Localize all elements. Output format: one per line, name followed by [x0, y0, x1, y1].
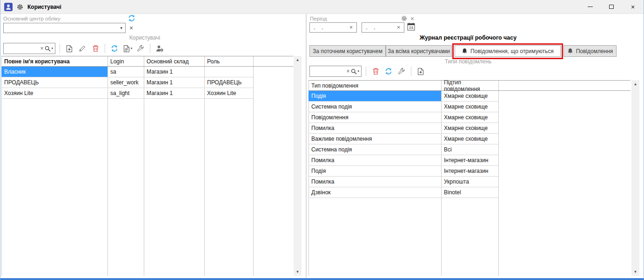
clear-search-icon[interactable]: ×: [345, 68, 351, 75]
period-settings-gear-icon[interactable]: [401, 15, 407, 21]
message-type-row[interactable]: Важливе повідомлення Хмарне сховище: [309, 134, 631, 144]
user-login-cell[interactable]: sa: [107, 67, 144, 77]
message-subtype-cell[interactable]: Всі: [441, 144, 498, 155]
user-row[interactable]: Хозяин Lite sa_light Магазин 1 Хозяин Li…: [1, 88, 293, 99]
settings-wrench-button[interactable]: [135, 43, 146, 54]
user-login-cell[interactable]: seller_work: [107, 77, 144, 88]
user-row[interactable]: Власник sa Магазин 1: [1, 67, 293, 77]
message-type-row[interactable]: Подія Інтернет-магазин: [309, 166, 631, 177]
toolbar-separator: [150, 44, 150, 53]
user-warehouse-cell[interactable]: Магазин 1: [144, 77, 204, 88]
users-search-input[interactable]: [6, 45, 39, 52]
user-warehouse-cell[interactable]: Магазин 1: [144, 67, 204, 77]
refresh-users-button[interactable]: [109, 43, 120, 54]
users-scrollbar[interactable]: ▲ ▼: [294, 56, 302, 276]
minimize-button[interactable]: [579, 0, 601, 14]
message-subtype-cell[interactable]: Інтернет-магазин: [441, 166, 498, 177]
message-type-cell[interactable]: Помилка: [309, 123, 441, 134]
message-types-search-box: × ▾: [309, 66, 362, 77]
message-type-cell[interactable]: Повідомлення: [309, 112, 441, 123]
message-type-cell[interactable]: Системна подія: [309, 102, 441, 112]
user-name-cell[interactable]: Власник: [1, 67, 107, 77]
clear-center-button[interactable]: ×: [129, 25, 133, 31]
period-from-field[interactable]: . . ×: [309, 22, 357, 33]
report-menu-button[interactable]: ▾: [122, 43, 133, 54]
message-type-cell[interactable]: Системна подія: [309, 144, 441, 155]
column-header-fullname[interactable]: Повне ім'я користувача: [1, 56, 107, 66]
search-icon[interactable]: ▾: [351, 68, 359, 75]
scroll-down-icon[interactable]: ▼: [294, 268, 302, 276]
message-subtype-cell[interactable]: Хмарне сховище: [441, 134, 498, 144]
clear-search-icon[interactable]: ×: [39, 45, 45, 52]
message-type-row[interactable]: Системна подія Хмарне сховище: [309, 102, 631, 112]
clear-date-from-icon[interactable]: ×: [348, 24, 354, 31]
tab-messages[interactable]: Повідомлення: [564, 45, 617, 57]
scroll-down-icon[interactable]: ▼: [631, 268, 639, 276]
period-to-field[interactable]: . . ×: [362, 22, 404, 33]
tab-all-users[interactable]: За всіма користувачами: [386, 45, 452, 57]
column-header-type[interactable]: Тип повідомлення: [309, 81, 441, 90]
message-type-cell[interactable]: Важливе повідомлення: [309, 134, 441, 144]
user-name-cell[interactable]: ПРОДАВЕЦЬ: [1, 77, 107, 88]
main-content: Основний центр обліку ▾ × Користувачі × …: [0, 14, 644, 278]
user-role-cell[interactable]: Хозяин Lite: [204, 88, 253, 99]
message-subtype-cell[interactable]: Укрпошта: [441, 177, 498, 187]
clear-date-to-icon[interactable]: ×: [396, 24, 402, 31]
scroll-up-icon[interactable]: ▲: [294, 56, 302, 64]
user-role-cell[interactable]: ПРОДАВЕЦЬ: [204, 77, 253, 88]
message-subtype-cell[interactable]: Хмарне сховище: [441, 123, 498, 134]
message-subtype-cell[interactable]: Інтернет-магазин: [441, 155, 498, 166]
message-subtype-cell[interactable]: Хмарне сховище: [441, 112, 498, 123]
refresh-message-types-button[interactable]: [383, 66, 394, 76]
message-type-row[interactable]: Помилка Інтернет-магазин: [309, 155, 631, 166]
user-warehouse-cell[interactable]: Магазин 1: [144, 88, 204, 99]
message-type-row[interactable]: Дзвінок Binotel: [309, 187, 631, 198]
user-role-cell[interactable]: [204, 67, 253, 77]
app-user-icon: [4, 3, 13, 11]
toolbar-separator: [411, 67, 411, 76]
users-panel: Основний центр обліку ▾ × Користувачі × …: [0, 14, 306, 278]
message-type-cell[interactable]: Подія: [309, 166, 441, 177]
search-options-arrow-icon: ▾: [357, 69, 359, 73]
user-login-cell[interactable]: sa_light: [107, 88, 144, 99]
message-types-scrollbar[interactable]: ▲ ▼: [631, 80, 639, 276]
message-type-row[interactable]: Системна подія Всі: [309, 144, 631, 155]
message-type-row[interactable]: Подія Хмарне сховище: [309, 91, 631, 102]
search-icon[interactable]: ▾: [45, 46, 53, 52]
column-header-role[interactable]: Роль: [204, 56, 253, 66]
message-subtype-cell[interactable]: Хмарне сховище: [441, 91, 498, 102]
calendar-icon[interactable]: 23: [407, 22, 415, 31]
message-subtype-cell[interactable]: Binotel: [441, 187, 498, 198]
message-type-row[interactable]: Помилка Укрпошта: [309, 177, 631, 187]
user-roles-button[interactable]: [154, 43, 165, 54]
period-label: Період: [310, 16, 327, 21]
message-type-row[interactable]: Помилка Хмарне сховище: [309, 123, 631, 134]
message-type-cell[interactable]: Дзвінок: [309, 187, 441, 198]
user-name-cell[interactable]: Хозяин Lite: [1, 88, 107, 99]
tab-current-user[interactable]: За поточним користувачем: [309, 45, 386, 57]
column-header-login[interactable]: Login: [107, 56, 144, 66]
column-header-subtype[interactable]: Підтип повідомлення: [441, 81, 498, 90]
message-subtype-cell[interactable]: Хмарне сховище: [441, 102, 498, 112]
message-type-cell[interactable]: Подія: [309, 91, 441, 102]
edit-user-button[interactable]: [77, 43, 87, 54]
refresh-center-button[interactable]: [128, 14, 135, 22]
message-type-cell[interactable]: Помилка: [309, 177, 441, 187]
accounting-center-combobox[interactable]: ▾: [3, 23, 126, 33]
column-header-warehouse[interactable]: Основний склад: [144, 56, 204, 66]
message-type-row[interactable]: Повідомлення Хмарне сховище: [309, 112, 631, 123]
period-close-icon[interactable]: ×: [410, 15, 414, 22]
delete-user-button[interactable]: [90, 43, 101, 54]
scroll-up-icon[interactable]: ▲: [631, 80, 639, 88]
maximize-button[interactable]: [601, 0, 622, 14]
user-row[interactable]: ПРОДАВЕЦЬ seller_work Магазин 1 ПРОДАВЕЦ…: [1, 77, 293, 88]
close-button[interactable]: ×: [622, 0, 644, 14]
delete-message-type-button[interactable]: [370, 66, 381, 76]
add-user-button[interactable]: [64, 43, 74, 54]
message-type-cell[interactable]: Помилка: [309, 155, 441, 166]
add-message-type-button[interactable]: [416, 66, 426, 76]
message-types-search-input[interactable]: [312, 68, 345, 75]
panel-splitter[interactable]: [306, 14, 307, 278]
messages-panel: Період × . . × . . × 23 Журнал реєстраці…: [308, 14, 644, 278]
settings-wrench-button[interactable]: [396, 66, 407, 76]
